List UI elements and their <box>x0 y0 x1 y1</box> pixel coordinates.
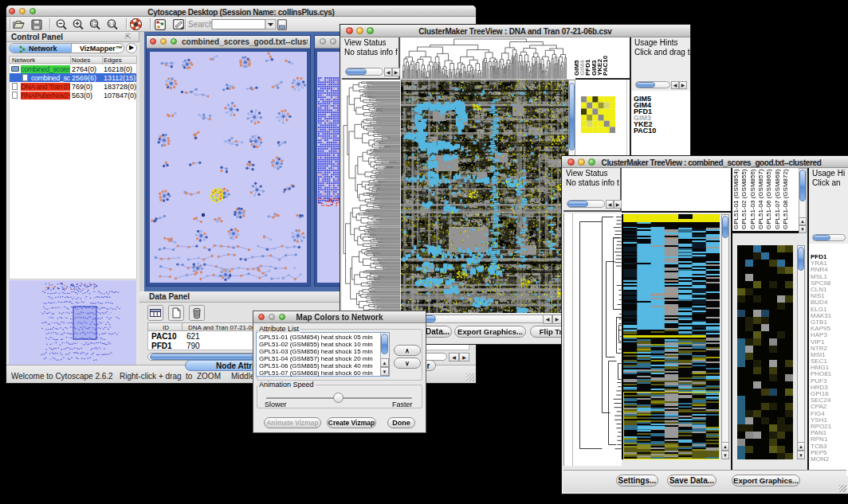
svg-text:1:1: 1:1 <box>108 21 115 26</box>
svg-text:Search:: Search: <box>188 20 215 29</box>
